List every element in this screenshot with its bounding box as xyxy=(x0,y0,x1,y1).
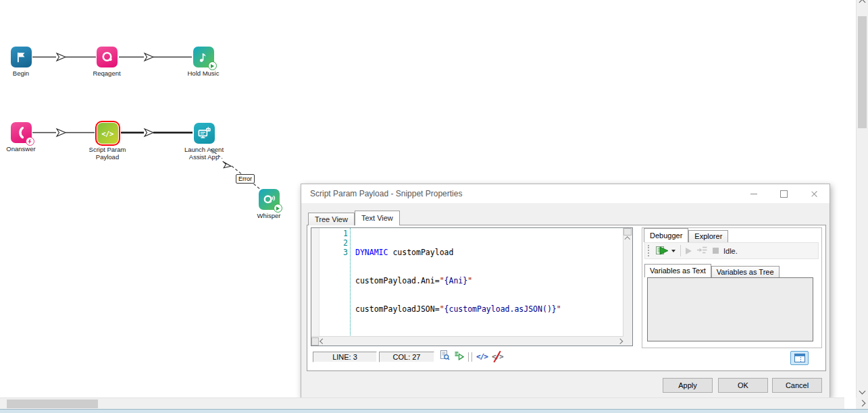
view-tabstrip: Tree View Text View xyxy=(308,211,400,225)
code-line: customPayloadJSON="{customPayload.asJSON… xyxy=(355,304,623,314)
tab-variables-as-text[interactable]: Variables as Text xyxy=(644,264,711,277)
error-connector-label[interactable]: Error xyxy=(236,174,255,184)
whisper-icon xyxy=(259,189,280,210)
node-label: Begin xyxy=(0,70,49,78)
code-view-icon[interactable]: </> xyxy=(476,352,488,361)
editor-scroll-corner xyxy=(623,337,632,346)
chevron-up-icon xyxy=(859,0,866,5)
play-badge-icon xyxy=(208,61,217,70)
scroll-left-icon[interactable] xyxy=(320,339,326,344)
flag-icon xyxy=(11,47,32,67)
continue-button-disabled xyxy=(686,248,692,254)
dialog-title: Script Param Payload - Snippet Propertie… xyxy=(310,189,462,198)
editor-line-numbers: 1 2 3 xyxy=(320,228,350,337)
scroll-up-icon[interactable] xyxy=(625,237,630,242)
toolbar-separator xyxy=(680,245,681,256)
agent-assist-icon xyxy=(194,123,215,144)
node-begin[interactable]: Begin xyxy=(0,47,55,78)
node-whisper[interactable]: Whisper xyxy=(235,189,303,220)
minimize-icon xyxy=(750,194,757,194)
debugger-status-text: Idle. xyxy=(723,247,738,255)
code-line: DYNAMIC customPayload xyxy=(355,248,623,257)
answer-badge-icon xyxy=(26,137,34,146)
toolbar-separator xyxy=(468,352,472,362)
node-hold-music[interactable]: Hold Music xyxy=(170,47,237,78)
debugger-toolbar: Idle. xyxy=(644,242,819,259)
run-check-icon[interactable] xyxy=(454,350,464,363)
status-line-indicator: LINE: 3 xyxy=(313,352,377,362)
validate-script-icon[interactable] xyxy=(440,350,450,363)
tab-tree-view[interactable]: Tree View xyxy=(308,213,355,225)
editor-horizontal-scrollbar[interactable] xyxy=(311,336,623,346)
node-script-param-payload[interactable]: </> Script Param Payload xyxy=(74,123,141,161)
tab-explorer[interactable]: Explorer xyxy=(688,230,728,242)
horizontal-scroll-thumb[interactable] xyxy=(7,400,98,408)
variables-tabstrip: Variables as Text Variables as Tree xyxy=(644,264,780,277)
node-label: Script Param Payload xyxy=(80,146,135,161)
code-editor[interactable]: 1 2 3 DYNAMIC customPayload customPayloa… xyxy=(311,227,633,346)
code-line: customPayload.Ani="{Ani}" xyxy=(355,276,623,285)
node-label: Whisper xyxy=(241,213,297,220)
play-badge-icon xyxy=(274,204,282,213)
code-icon: </> xyxy=(97,123,118,144)
start-debug-button[interactable] xyxy=(656,246,669,256)
dialog-titlebar: Script Param Payload - Snippet Propertie… xyxy=(301,184,829,203)
toolbar-grip-icon xyxy=(648,245,651,256)
canvas-horizontal-scrollbar[interactable] xyxy=(0,397,844,410)
snippet-properties-dialog: Script Param Payload - Snippet Propertie… xyxy=(301,184,830,398)
node-label: Onanswer xyxy=(0,146,49,153)
code-view-disabled-icon[interactable]: </> xyxy=(492,352,503,361)
step-over-button-disabled xyxy=(696,245,708,257)
chevron-right-icon xyxy=(859,400,865,407)
editor-code-lines: DYNAMIC customPayload customPayload.Ani=… xyxy=(350,228,623,337)
node-label: Hold Music xyxy=(176,70,231,78)
tab-variables-as-tree[interactable]: Variables as Tree xyxy=(711,266,780,277)
scroll-down-button[interactable] xyxy=(857,386,868,396)
music-note-icon xyxy=(193,47,214,67)
node-label: Reqagent xyxy=(79,70,134,78)
node-launch-agent-assist-app[interactable]: Launch Agent Assist App xyxy=(170,123,238,161)
close-button[interactable] xyxy=(799,184,829,203)
code-editor-text-area[interactable]: 1 2 3 DYNAMIC customPayload customPayloa… xyxy=(311,228,623,337)
headset-icon xyxy=(97,47,118,67)
window-bottom-edge xyxy=(0,409,868,413)
close-icon xyxy=(811,190,818,198)
editor-vertical-scrollbar[interactable] xyxy=(623,228,632,337)
start-debug-dropdown-icon[interactable] xyxy=(671,250,675,252)
vertical-scroll-thumb[interactable] xyxy=(858,16,867,128)
maximize-button[interactable] xyxy=(769,184,799,203)
node-label: Launch Agent Assist App xyxy=(176,146,232,161)
tab-debugger[interactable]: Debugger xyxy=(644,228,688,242)
variables-text-area[interactable] xyxy=(647,277,813,341)
scroll-up-button[interactable] xyxy=(857,0,868,7)
debugger-panel: Debugger Explorer Idle. Variables as Tex… xyxy=(642,227,822,348)
scroll-right-icon[interactable] xyxy=(617,339,622,344)
text-view-tabpage: 1 2 3 DYNAMIC customPayload customPayloa… xyxy=(307,225,826,371)
panel-layout-icon xyxy=(794,354,805,362)
cancel-button[interactable]: Cancel xyxy=(772,378,822,393)
ok-button[interactable]: OK xyxy=(718,378,768,393)
apply-button[interactable]: Apply xyxy=(663,378,713,393)
phone-icon xyxy=(11,122,32,143)
tab-text-view[interactable]: Text View xyxy=(355,211,400,225)
node-onanswer[interactable]: Onanswer xyxy=(0,122,55,153)
scroll-right-button[interactable] xyxy=(856,397,868,409)
maximize-icon xyxy=(780,190,788,198)
editor-split-handle[interactable] xyxy=(311,337,319,346)
debugger-tabstrip: Debugger Explorer xyxy=(644,228,728,242)
editor-split-handle[interactable] xyxy=(623,228,632,236)
node-reqagent[interactable]: Reqagent xyxy=(73,47,141,78)
editor-status-bar: LINE: 3 COL: 27 </> </> xyxy=(309,351,503,362)
chevron-down-icon xyxy=(859,388,866,395)
editor-selection-margin xyxy=(311,228,320,337)
dialog-footer: Apply OK Cancel xyxy=(301,378,829,393)
toggle-debugger-panel-button[interactable] xyxy=(790,351,809,365)
status-col-indicator: COL: 27 xyxy=(379,352,434,362)
minimize-button[interactable] xyxy=(738,184,769,203)
stop-button-disabled xyxy=(713,248,719,254)
code-glyph: </> xyxy=(101,130,113,138)
canvas-vertical-scrollbar[interactable] xyxy=(856,0,868,397)
